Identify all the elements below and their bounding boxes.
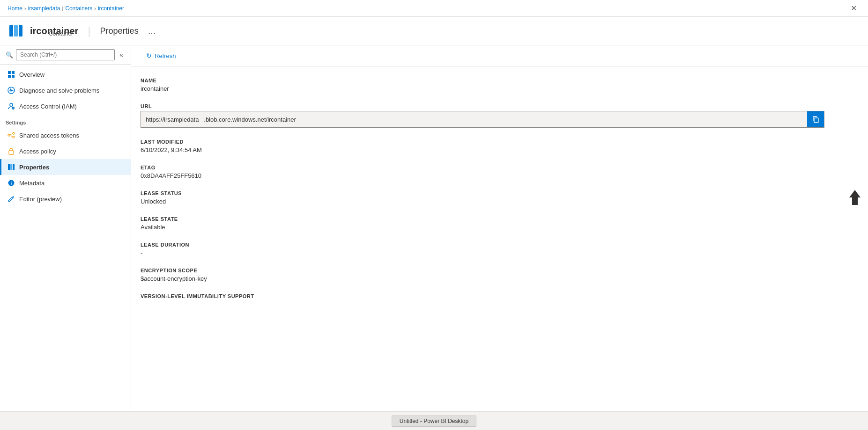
sidebar-search-container: 🔍 « [0, 45, 131, 65]
sidebar-item-overview[interactable]: Overview [0, 66, 131, 82]
search-input[interactable] [16, 49, 115, 60]
editor-icon [7, 195, 15, 203]
prop-etag-label: ETAG [141, 165, 824, 170]
properties-content: NAME ircontainer URL [131, 66, 834, 321]
main-layout: 🔍 « Overview [0, 45, 868, 425]
url-input[interactable] [141, 113, 807, 126]
collapse-sidebar-button[interactable]: « [118, 50, 125, 59]
resource-header: ircontainer | Properties ... Container [0, 17, 868, 45]
more-options-button[interactable]: ... [148, 26, 156, 36]
sidebar-item-metadata-label: Metadata [19, 180, 45, 187]
sidebar-item-shared-access-label: Shared access tokens [19, 132, 79, 139]
prop-lease-duration-label: LEASE DURATION [141, 242, 824, 248]
diagnose-icon [7, 86, 15, 95]
sidebar-item-access-policy[interactable]: Access policy [0, 143, 131, 159]
breadcrumb-home[interactable]: Home [7, 5, 22, 12]
prop-name-value: ircontainer [141, 85, 824, 92]
prop-name-group: NAME ircontainer [141, 78, 824, 92]
prop-lease-status-value: Unlocked [141, 198, 824, 205]
page-title: Properties [100, 26, 139, 36]
access-policy-icon [7, 147, 15, 155]
prop-lease-status-label: LEASE STATUS [141, 190, 824, 196]
prop-lease-duration-group: LEASE DURATION - [141, 242, 824, 256]
prop-encryption-scope-label: ENCRYPTION SCOPE [141, 268, 824, 273]
iam-icon [7, 102, 15, 110]
prop-etag-group: ETAG 0x8DA4AFF25FF5610 [141, 165, 824, 179]
prop-version-immutability-group: VERSION-LEVEL IMMUTABILITY SUPPORT [141, 293, 824, 299]
svg-text:i: i [11, 181, 12, 186]
sidebar-item-diagnose-label: Diagnose and solve problems [19, 87, 99, 94]
sidebar-nav: Overview Diagnose and solve problems [0, 65, 131, 209]
sidebar-item-shared-access[interactable]: Shared access tokens [0, 127, 131, 143]
sidebar-item-overview-label: Overview [19, 71, 45, 78]
breadcrumb-containers[interactable]: Containers [65, 5, 92, 12]
sidebar-item-editor[interactable]: Editor (preview) [0, 191, 131, 207]
prop-lease-state-value: Available [141, 224, 824, 231]
svg-rect-6 [12, 75, 15, 78]
url-field [141, 111, 824, 128]
sidebar-item-iam[interactable]: Access Control (IAM) [0, 98, 131, 114]
metadata-icon: i [7, 179, 15, 187]
prop-last-modified-value: 6/10/2022, 9:34:54 AM [141, 146, 824, 153]
url-copy-button[interactable] [807, 111, 824, 127]
svg-marker-21 [849, 190, 861, 205]
svg-point-10 [13, 132, 15, 134]
svg-rect-2 [19, 25, 22, 36]
prop-url-group: URL [141, 103, 824, 128]
prop-lease-duration-value: - [141, 249, 824, 256]
prop-encryption-scope-value: $account-encryption-key [141, 275, 824, 282]
scroll-up-arrow[interactable] [847, 188, 862, 208]
top-bar: Home › irsampledata | Containers › ircon… [0, 0, 868, 17]
sidebar: 🔍 « Overview [0, 45, 131, 425]
search-icon: 🔍 [6, 51, 13, 58]
content-area: ↻ Refresh NAME ircontainer URL [131, 45, 868, 425]
svg-rect-1 [14, 25, 18, 36]
breadcrumb-sep3: › [94, 6, 96, 11]
prop-last-modified-label: LAST MODIFIED [141, 139, 824, 145]
svg-line-12 [10, 134, 13, 135]
sidebar-item-properties-label: Properties [19, 164, 49, 171]
prop-etag-value: 0x8DA4AFF25FF5610 [141, 172, 824, 179]
svg-point-9 [8, 134, 10, 136]
refresh-icon: ↻ [146, 52, 152, 59]
toolbar: ↻ Refresh [131, 45, 868, 66]
resource-subtitle: Container [49, 30, 73, 37]
svg-rect-15 [8, 164, 10, 170]
svg-rect-20 [814, 118, 818, 123]
svg-point-7 [10, 103, 13, 106]
prop-url-label: URL [141, 103, 824, 109]
pipe-separator: | [88, 24, 90, 37]
sidebar-item-diagnose[interactable]: Diagnose and solve problems [0, 82, 131, 98]
close-button[interactable]: ✕ [847, 2, 861, 15]
sidebar-item-access-policy-label: Access policy [19, 148, 56, 155]
svg-rect-14 [9, 151, 14, 154]
breadcrumb-sep1: › [24, 6, 26, 11]
sidebar-section-settings: Settings [0, 114, 131, 127]
taskbar: Untitled - Power BI Desktop [0, 411, 868, 430]
prop-encryption-scope-group: ENCRYPTION SCOPE $account-encryption-key [141, 268, 824, 282]
sidebar-item-editor-label: Editor (preview) [19, 196, 62, 203]
sidebar-item-iam-label: Access Control (IAM) [19, 103, 77, 110]
content-wrapper: NAME ircontainer URL [131, 66, 868, 321]
svg-rect-0 [9, 25, 13, 36]
properties-icon [7, 163, 15, 171]
sidebar-item-metadata[interactable]: i Metadata [0, 175, 131, 191]
refresh-button[interactable]: ↻ Refresh [141, 49, 182, 62]
svg-point-11 [13, 136, 15, 138]
svg-rect-5 [8, 75, 11, 78]
prop-name-label: NAME [141, 78, 824, 83]
prop-last-modified-group: LAST MODIFIED 6/10/2022, 9:34:54 AM [141, 139, 824, 153]
refresh-label: Refresh [155, 52, 176, 59]
shared-access-icon [7, 131, 15, 139]
svg-line-13 [10, 136, 13, 137]
breadcrumb: Home › irsampledata | Containers › ircon… [7, 5, 124, 12]
svg-rect-3 [8, 71, 11, 74]
taskbar-powerbi-item[interactable]: Untitled - Power BI Desktop [392, 415, 476, 427]
prop-lease-status-group: LEASE STATUS Unlocked [141, 190, 824, 205]
breadcrumb-storage[interactable]: irsampledata [28, 5, 60, 12]
svg-rect-4 [12, 71, 15, 74]
breadcrumb-container[interactable]: ircontainer [98, 5, 124, 12]
resource-subtitle-block: Container [49, 30, 73, 37]
container-icon [7, 22, 24, 39]
sidebar-item-properties[interactable]: Properties [0, 159, 131, 175]
